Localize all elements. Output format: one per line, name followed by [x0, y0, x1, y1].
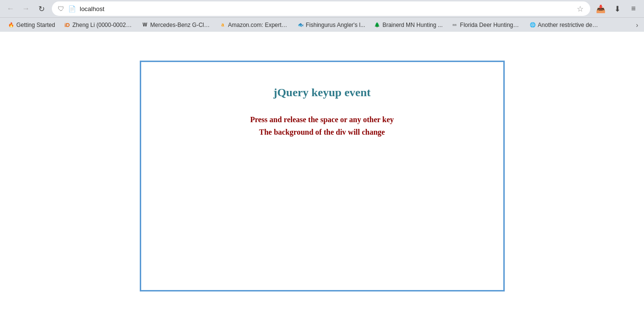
bookmark-label-5: Fishingurus Angler's l... — [306, 22, 365, 28]
download-icon: ⬇ — [614, 4, 620, 13]
bookmark-favicon-4: a — [219, 22, 226, 28]
url-text: localhost — [80, 5, 572, 13]
demo-instructions: Press and release the space or any other… — [250, 114, 394, 138]
bookmark-item-amazon[interactable]: a Amazon.com: ExpertP... — [216, 20, 292, 30]
bookmark-label-6: Brainerd MN Hunting ... — [382, 22, 442, 28]
bookmark-item-getting-started[interactable]: 🔥 Getting Started — [4, 20, 59, 30]
address-bar[interactable]: 🛡 📄 localhost ☆ — [52, 1, 590, 16]
bookmark-favicon-5: 🐟 — [297, 22, 304, 28]
bookmark-item-brainerd[interactable]: 🌲 Brainerd MN Hunting ... — [370, 20, 446, 30]
refresh-button[interactable]: ↻ — [35, 2, 48, 15]
download-button[interactable]: ⬇ — [610, 2, 624, 15]
bookmark-favicon-3: W — [142, 22, 148, 28]
bookmarks-bar: 🔥 Getting Started iD Zheng Li (0000-0002… — [0, 17, 644, 32]
bookmark-label-8: Another restrictive dee... — [538, 22, 598, 28]
bookmark-favicon-2: iD — [64, 22, 71, 28]
shield-icon: 🛡 — [58, 5, 64, 13]
demo-title: jQuery keyup event — [273, 86, 371, 99]
refresh-icon: ↻ — [38, 4, 45, 13]
bookmark-item-zheng-li[interactable]: iD Zheng Li (0000-0002-3... — [60, 20, 137, 30]
browser-chrome: ← → ↻ 🛡 📄 localhost ☆ 📥 ⬇ — [0, 0, 644, 32]
bookmark-label-1: Getting Started — [16, 22, 55, 28]
page-icon: 📄 — [68, 5, 76, 13]
bookmarks-more-button[interactable]: › — [634, 20, 640, 30]
back-button[interactable]: ← — [4, 2, 17, 15]
demo-div[interactable]: jQuery keyup event Press and release the… — [140, 61, 505, 291]
bookmark-item-mercedes[interactable]: W Mercedes-Benz G-Clas... — [138, 20, 215, 30]
menu-icon: ≡ — [631, 4, 635, 13]
bookmark-favicon-1: 🔥 — [8, 22, 14, 28]
bookmark-favicon-8: 🌐 — [529, 22, 536, 28]
title-bar: ← → ↻ 🛡 📄 localhost ☆ 📥 ⬇ — [0, 0, 644, 17]
bookmark-favicon-6: 🌲 — [374, 22, 380, 28]
bookmark-favicon-7: ㎜ — [451, 22, 458, 28]
page-content: jQuery keyup event Press and release the… — [0, 32, 644, 316]
instruction-line-2: The background of the div will change — [250, 126, 394, 139]
nav-buttons: ← → ↻ — [4, 2, 48, 15]
bookmark-label-4: Amazon.com: ExpertP... — [228, 22, 289, 28]
menu-button[interactable]: ≡ — [627, 2, 640, 15]
forward-button[interactable]: → — [19, 2, 33, 15]
pocket-icon: 📥 — [596, 4, 606, 13]
forward-icon: → — [22, 4, 30, 13]
bookmark-item-fishingurus[interactable]: 🐟 Fishingurus Angler's l... — [293, 20, 369, 30]
bookmark-item-another[interactable]: 🌐 Another restrictive dee... — [525, 20, 602, 30]
pocket-button[interactable]: 📥 — [594, 2, 608, 15]
toolbar-right: 📥 ⬇ ≡ — [594, 2, 640, 15]
instruction-line-1: Press and release the space or any other… — [250, 114, 394, 126]
bookmark-label-2: Zheng Li (0000-0002-3... — [73, 22, 133, 28]
chevron-right-icon: › — [636, 21, 638, 29]
back-icon: ← — [7, 4, 14, 13]
star-icon: ☆ — [577, 5, 583, 13]
bookmark-label-7: Florida Deer Hunting S... — [460, 22, 521, 28]
bookmark-label-3: Mercedes-Benz G-Clas... — [150, 22, 211, 28]
bookmark-star-button[interactable]: ☆ — [576, 3, 584, 14]
bookmark-item-florida-deer[interactable]: ㎜ Florida Deer Hunting S... — [448, 20, 524, 30]
